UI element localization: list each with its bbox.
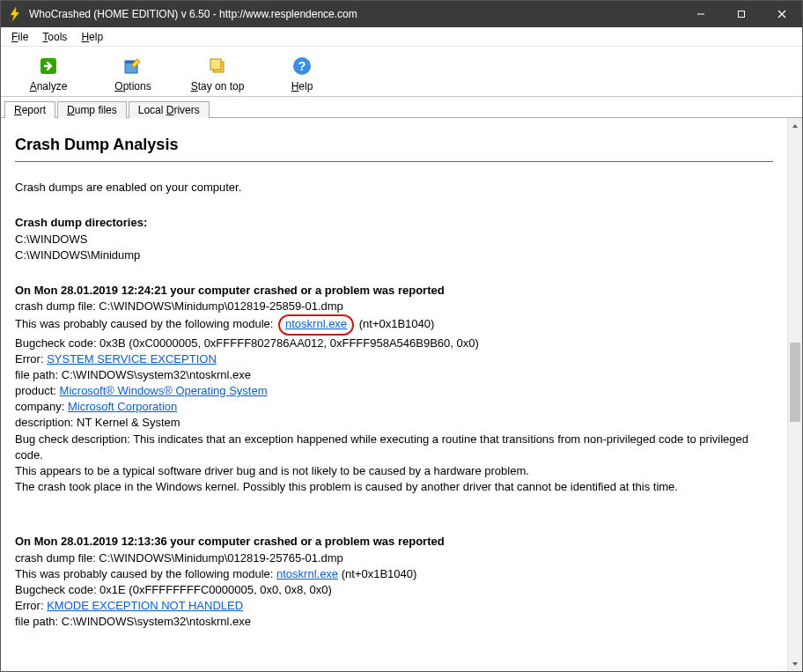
tab-local-drivers[interactable]: Local Drivers [129, 101, 210, 118]
close-button[interactable] [762, 1, 802, 27]
crash1-error-label: Error: [15, 352, 47, 366]
crash-dir-2: C:\WINDOWS\Minidump [15, 247, 773, 263]
svg-rect-9 [210, 59, 221, 70]
crash1-kernel-note: The crash took place in the Windows kern… [15, 479, 773, 495]
tab-report[interactable]: Report [4, 101, 55, 118]
crash-dirs-label: Crash dump directories: [15, 215, 773, 231]
help-button[interactable]: ? Help [260, 50, 344, 94]
svg-rect-2 [739, 11, 745, 18]
scroll-up-arrow[interactable] [788, 118, 802, 133]
svg-text:?: ? [298, 59, 306, 73]
help-label: Help [291, 80, 313, 92]
help-icon: ? [290, 54, 314, 78]
crash2-error-link[interactable]: KMODE EXCEPTION NOT HANDLED [47, 599, 243, 612]
titlebar: WhoCrashed (HOME EDITION) v 6.50 - http:… [1, 1, 802, 27]
crash2-cause-line: This was probably caused by the followin… [15, 566, 773, 582]
crash1-bugcheck-desc: Bug check description: This indicates th… [15, 432, 773, 463]
scroll-track[interactable] [788, 133, 802, 656]
menu-tools[interactable]: Tools [37, 29, 72, 45]
highlight-oval: ntoskrnl.exe [278, 314, 354, 335]
enabled-line: Crash dumps are enabled on your computer… [15, 180, 773, 196]
crash2-cause-suffix: (nt+0x1B1040) [338, 567, 416, 580]
crash1-headline: On Mon 28.01.2019 12:24:21 your computer… [15, 283, 773, 299]
window-controls [681, 1, 802, 27]
analyze-icon [36, 54, 61, 78]
crash2-error-line: Error: KMODE EXCEPTION NOT HANDLED [15, 598, 773, 614]
crash1-error-link[interactable]: SYSTEM SERVICE EXCEPTION [47, 352, 217, 366]
menubar: File Tools Help [1, 27, 802, 47]
crash1-company-label: company: [15, 400, 68, 413]
svg-marker-12 [792, 124, 798, 128]
tabbar: Report Dump files Local Drivers [1, 97, 802, 118]
scroll-down-arrow[interactable] [788, 656, 802, 671]
stay-on-top-label: Stay on top [191, 80, 245, 92]
report-heading: Crash Dump Analysis [15, 134, 773, 156]
crash2-bugcheck: Bugcheck code: 0x1E (0xFFFFFFFFC0000005,… [15, 582, 773, 598]
content-wrap: Crash Dump Analysis Crash dumps are enab… [1, 118, 802, 671]
options-button[interactable]: Options [91, 50, 175, 94]
vertical-scrollbar[interactable] [787, 118, 802, 671]
crash1-bugcheck: Bugcheck code: 0x3B (0xC0000005, 0xFFFFF… [15, 336, 773, 351]
toolbar: Analyze Options Stay on top [1, 47, 802, 97]
crash1-description: description: NT Kernel & System [15, 415, 773, 431]
menu-file[interactable]: File [6, 29, 33, 45]
crash1-product-link[interactable]: Microsoft® Windows® Operating System [60, 384, 268, 397]
crash2-cause-link[interactable]: ntoskrnl.exe [276, 567, 338, 580]
stay-on-top-button[interactable]: Stay on top [175, 50, 260, 94]
crash2-headline: On Mon 28.01.2019 12:13:36 your computer… [15, 534, 773, 550]
scroll-thumb[interactable] [790, 343, 800, 422]
tab-dump-files[interactable]: Dump files [57, 101, 127, 118]
crash1-cause-line: This was probably caused by the followin… [15, 314, 773, 335]
divider [15, 161, 773, 162]
report-content: Crash Dump Analysis Crash dumps are enab… [1, 118, 787, 671]
crash1-cause-suffix: (nt+0x1B1040) [356, 317, 434, 330]
window-title: WhoCrashed (HOME EDITION) v 6.50 - http:… [29, 8, 357, 20]
crash1-company-link[interactable]: Microsoft Corporation [68, 400, 177, 413]
crash1-filepath: file path: C:\WINDOWS\system32\ntoskrnl.… [15, 367, 773, 383]
crash1-cause-prefix: This was probably caused by the followin… [15, 317, 276, 330]
crash1-company-line: company: Microsoft Corporation [15, 399, 773, 415]
crash1-appears: This appears to be a typical software dr… [15, 463, 773, 479]
minimize-button[interactable] [681, 1, 721, 27]
crash1-product-label: product: [15, 384, 60, 397]
options-icon [121, 54, 145, 78]
crash1-product-line: product: Microsoft® Windows® Operating S… [15, 383, 773, 399]
crash2-dumpfile: crash dump file: C:\WINDOWS\Minidump\012… [15, 550, 773, 566]
analyze-button[interactable]: Analyze [6, 50, 91, 94]
crash-dir-1: C:\WINDOWS [15, 232, 773, 247]
app-window: WhoCrashed (HOME EDITION) v 6.50 - http:… [0, 0, 803, 672]
options-label: Options [114, 80, 151, 92]
svg-marker-0 [11, 7, 19, 21]
stay-on-top-icon [205, 54, 230, 78]
app-icon [8, 7, 22, 21]
menu-help[interactable]: Help [76, 29, 108, 45]
crash2-filepath: file path: C:\WINDOWS\system32\ntoskrnl.… [15, 614, 773, 630]
maximize-button[interactable] [721, 1, 762, 27]
crash2-error-label: Error: [15, 599, 47, 612]
crash1-cause-link[interactable]: ntoskrnl.exe [285, 317, 347, 330]
crash1-error-line: Error: SYSTEM SERVICE EXCEPTION [15, 351, 773, 367]
crash2-cause-prefix: This was probably caused by the followin… [15, 567, 276, 580]
crash1-dumpfile: crash dump file: C:\WINDOWS\Minidump\012… [15, 299, 773, 314]
analyze-label: Analyze [30, 80, 68, 92]
svg-marker-13 [792, 662, 798, 666]
